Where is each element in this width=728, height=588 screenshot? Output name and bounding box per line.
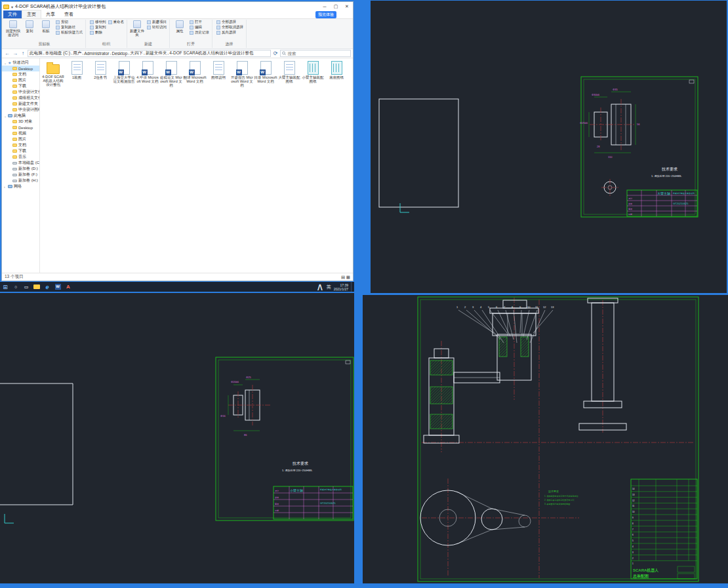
file-item[interactable]: 4-DOF SCARA机器人结构设计整包 (41, 61, 65, 87)
breadcrumb-item[interactable]: 4-DOF SCARA机器人结构设计毕业设计整包 (169, 50, 253, 56)
sidebar-item-毕业设计文件[interactable]: 毕业设计文件 (2, 89, 39, 95)
search-icon (282, 51, 286, 56)
breadcrumb[interactable]: 此电脑›本地磁盘 (C:)›用户›Administrator›Desktop›大… (28, 50, 271, 57)
file-item[interactable]: 小臂主轴装配图纸 (301, 61, 325, 87)
file-item[interactable]: 大臂主轴装配图纸 (277, 61, 301, 87)
back-button[interactable]: ← (4, 50, 10, 56)
tray-chevron-icon[interactable]: ∧ (316, 281, 324, 293)
sidebar-item-本地磁盘 (C:)[interactable]: 本地磁盘 (C:) (2, 160, 39, 166)
ribbon-button-移动到[interactable]: 移动到 (89, 20, 107, 24)
sidebar-this-pc[interactable]: ⌄此电脑 (2, 113, 39, 119)
search-input[interactable] (287, 51, 349, 56)
file-item[interactable]: W处稿论文 Microsoft Word 文档 (159, 61, 183, 87)
task-view-icon[interactable]: ▭ (21, 282, 31, 292)
sidebar-item-下载[interactable]: 下载 (2, 83, 39, 89)
ribbon-button-反向选择[interactable]: 反向选择 (216, 30, 244, 35)
notes-title: 技术要求 (548, 490, 559, 493)
ribbon-button-剪切[interactable]: 剪切 (55, 20, 83, 24)
ribbon-button-编辑[interactable]: 编辑 (189, 25, 210, 29)
sidebar-item-图片[interactable]: 图片 (2, 136, 39, 142)
menu-tab-共享[interactable]: 共享 (41, 10, 60, 18)
file-item[interactable]: W翻译 Microsoft Word 文档 (183, 61, 207, 87)
ribbon-button-打开[interactable]: 打开 (189, 20, 210, 24)
sidebar-item-文档[interactable]: 文档 (2, 142, 39, 148)
sidebar-quick-access[interactable]: ⌄★快速访问 (2, 60, 39, 66)
shaft-front-view (590, 99, 636, 150)
sidebar-item-新加卷 (F:)[interactable]: 新加卷 (F:) (2, 172, 39, 178)
ribbon-button-删除[interactable]: 删除 (89, 30, 107, 35)
sidebar-item-图片[interactable]: 图片 (2, 77, 39, 83)
autocad-icon[interactable]: A (63, 282, 73, 292)
taskbar-clock[interactable]: 17:39 2021/1/27 (334, 283, 348, 291)
ribbon-button-粘贴快捷方式[interactable]: 粘贴快捷方式 (55, 30, 83, 35)
minimize-button[interactable]: ─ (320, 5, 329, 9)
menu-tab-查看[interactable]: 查看 (60, 10, 78, 18)
ribbon-button-轻松访问[interactable]: 轻松访问 (146, 25, 167, 29)
breadcrumb-item[interactable]: 大四下 (130, 50, 143, 56)
sidebar-item-下载[interactable]: 下载 (2, 148, 39, 154)
breadcrumb-item[interactable]: 本地磁盘 (C:) (45, 50, 71, 56)
file-item[interactable]: 底座图纸 (325, 61, 348, 87)
全部取消选择-icon (216, 26, 220, 29)
file-item[interactable]: W上海交大学位论文检测报告 (112, 61, 136, 87)
sidebar-item-视频[interactable]: 视频 (2, 130, 39, 136)
file-explorer-icon[interactable] (31, 282, 42, 292)
file-item[interactable]: 1装图 (65, 61, 89, 87)
file-item[interactable]: W开题报告 Microsoft Word 文档 (230, 61, 254, 87)
search-icon[interactable]: ○ (10, 282, 21, 292)
ribbon-button-新建项目[interactable]: 新建项目 (146, 20, 167, 24)
preview-badge[interactable]: 预览体验 (315, 11, 336, 18)
sidebar-item-成绩相关文件[interactable]: 成绩相关文件 (2, 95, 39, 101)
screenshot-canvas: ▾ 4-DOF SCARA机器人结构设计毕业设计整包 ─ ▢ ✕ 文件主页共享查… (0, 0, 728, 588)
maximize-button[interactable]: ▢ (331, 4, 340, 9)
start-icon[interactable]: ⊞ (0, 282, 10, 292)
sidebar-item-Desktop[interactable]: Desktop (2, 66, 39, 71)
ribbon-button-属性[interactable]: 属性 (172, 20, 188, 41)
up-button[interactable]: ↑ (20, 50, 26, 56)
breadcrumb-item[interactable]: 此电脑 (30, 50, 43, 56)
sidebar-item-3D 对象[interactable]: 3D 对象 (2, 119, 39, 125)
word-icon[interactable]: W (52, 282, 63, 292)
breadcrumb-item[interactable]: Administrator (84, 51, 109, 56)
file-item[interactable]: W4.毕设 Microsoft Word 文档 (136, 61, 159, 87)
sidebar-item-新加卷 (D:)[interactable]: 新加卷 (D:) (2, 166, 39, 172)
ribbon-button-复制路径[interactable]: 复制路径 (55, 25, 83, 29)
ribbon-button-复制到[interactable]: 复制到 (89, 25, 107, 29)
sidebar-item-新加卷 (H:)[interactable]: 新加卷 (H:) (2, 178, 39, 184)
breadcrumb-item[interactable]: 新建文件夹 (146, 50, 167, 56)
sidebar-item-毕业设计图纸文件[interactable]: 毕业设计图纸文件 (2, 107, 39, 113)
refresh-icon[interactable]: ⟳ (272, 50, 279, 56)
sidebar-item-文档[interactable]: 文档 (2, 71, 39, 77)
sidebar-network[interactable]: ›网络 (2, 184, 39, 189)
view-toggle-icons[interactable]: ▤ ▦ (341, 275, 350, 280)
close-button[interactable]: ✕ (342, 4, 352, 9)
thumbnail-view-icon[interactable]: ▦ (346, 275, 350, 279)
file-item[interactable]: 2任务书 (89, 61, 112, 87)
file-item[interactable]: 图纸说明 (207, 61, 230, 87)
quick-access-toolbar[interactable]: ▾ (11, 5, 13, 9)
sidebar-item-Desktop[interactable]: Desktop (2, 125, 39, 130)
forward-button[interactable]: → (12, 50, 18, 56)
ribbon-button-历史记录[interactable]: 历史记录 (189, 30, 210, 35)
sidebar-item-新建文件夹[interactable]: 新建文件夹 (2, 101, 39, 107)
file-item[interactable]: W目录 Microsoft Word 文档 (254, 61, 277, 87)
details-view-icon[interactable]: ▤ (341, 275, 345, 279)
input-language-indicator[interactable]: 英 (327, 284, 331, 290)
ribbon-button-全部取消选择[interactable]: 全部取消选择 (216, 25, 244, 29)
ribbon-button-固定到快速访问[interactable]: 固定到快速访问 (5, 20, 21, 41)
menu-tab-主页[interactable]: 主页 (22, 10, 41, 18)
menu-tab-文件[interactable]: 文件 (3, 10, 22, 18)
ribbon-button-复制[interactable]: 复制 (22, 20, 37, 41)
sidebar-item-音乐[interactable]: 音乐 (2, 154, 39, 160)
link-arm-section-view (454, 372, 500, 383)
breadcrumb-item[interactable]: Desktop (111, 51, 127, 56)
breadcrumb-item[interactable]: 用户 (73, 50, 81, 56)
ribbon-button-重命名[interactable]: 重命名 (108, 20, 125, 24)
search-box[interactable] (280, 50, 351, 57)
file-label: 2任务书 (94, 75, 107, 79)
ribbon-button-粘贴[interactable]: 粘贴 (38, 20, 54, 41)
show-desktop-strip[interactable] (351, 282, 353, 292)
ribbon-button-全部选择[interactable]: 全部选择 (216, 20, 244, 24)
ribbon-button-新建文件夹[interactable]: 新建文件夹 (129, 20, 145, 41)
edge-icon[interactable]: e (42, 282, 52, 292)
